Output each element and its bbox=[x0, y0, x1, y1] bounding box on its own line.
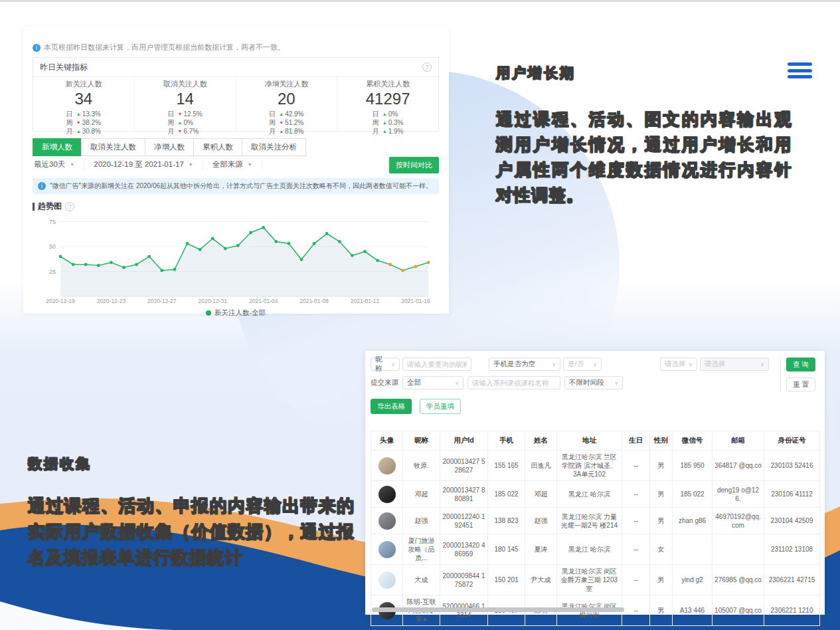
chevron-down-icon: ▼ bbox=[70, 162, 74, 167]
phone-empty-select[interactable]: 手机是否为空∨ bbox=[489, 358, 560, 371]
metrics-columns: 新关注人数 34 日▲13.3%周▼38.2%月▲30.8% 取消关注人数 14… bbox=[33, 77, 438, 132]
collect-section-body: 通过课程、活动、申报的内容输出带来的实际用户数据收集（价值数据），通过报名及填报… bbox=[28, 493, 355, 571]
column-header: 性别 bbox=[650, 431, 673, 451]
table-cell: 黑龙江 哈尔滨 bbox=[557, 481, 622, 508]
table-cell: -- bbox=[622, 481, 650, 508]
scrollbar-thumb[interactable] bbox=[372, 607, 624, 612]
metric-stat: 周▲0.3% bbox=[373, 118, 404, 127]
reset-button[interactable]: 重 置 bbox=[786, 377, 815, 391]
export-table-button[interactable]: 导出表格 bbox=[371, 399, 412, 414]
dash-tab-4[interactable]: 取消关注分析 bbox=[242, 138, 306, 156]
yes-no-select[interactable]: 是/否∨ bbox=[563, 358, 602, 371]
up-arrow-icon: ▲ bbox=[382, 112, 387, 116]
table-cell: 黑龙江哈尔滨 力量光耀一期2号 楼214 bbox=[557, 508, 622, 534]
compare-by-time-button[interactable]: 按时间对比 bbox=[389, 157, 439, 173]
metric-0: 新关注人数 34 日▲13.3%周▼38.2%月▲30.8% bbox=[33, 77, 135, 132]
x-tick-label: 2021-01-12 bbox=[351, 298, 379, 304]
dashboard-filterbar: 最近30天▼2020-12-19 至 2021-01-17▼全部来源▼ 按时间对… bbox=[33, 159, 439, 169]
table-cell: 女 bbox=[650, 534, 673, 565]
dash-tab-1[interactable]: 取消关注人数 bbox=[81, 138, 145, 156]
table-cell bbox=[713, 534, 764, 565]
avatar bbox=[378, 572, 396, 589]
table-cell: 黑龙江 哈尔滨 bbox=[557, 534, 622, 565]
key-metrics-card: 昨日关键指标 ? 新关注人数 34 日▲13.3%周▼38.2%月▲30.8% … bbox=[33, 57, 439, 132]
menu-icon[interactable] bbox=[788, 62, 812, 82]
table-cell: 赵强 bbox=[403, 508, 440, 534]
metric-stat: 周▲0% bbox=[167, 118, 202, 127]
metric-value: 34 bbox=[33, 90, 134, 108]
table-cell: 夏涛 bbox=[525, 534, 557, 565]
analytics-dashboard-panel: i 本页根据昨日数据来计算，而用户管理页根据当前数据计算，两者不一致。 昨日关键… bbox=[23, 27, 449, 314]
member-table-panel: 昵称∨ 手机是否为空∨ 是/否∨ 请选择∨ 请选择∨ 提交来源 全部∨ bbox=[365, 351, 825, 615]
table-cell: 230103 52416 bbox=[764, 451, 820, 481]
table-cell: 364817 @qq.co bbox=[713, 451, 764, 481]
select-placeholder-2[interactable]: 请选择∨ bbox=[700, 358, 769, 371]
info-icon: i bbox=[33, 44, 41, 52]
chart-legend: 新关注人数-全部 bbox=[33, 308, 439, 318]
metric-stat: 日▲0% bbox=[373, 110, 404, 118]
table-cell: 田逸凡 bbox=[525, 451, 557, 481]
table-cell: 邓超 bbox=[525, 481, 557, 508]
column-header: 微信号 bbox=[673, 431, 713, 451]
dash-filter-2[interactable]: 全部来源▼ bbox=[203, 159, 262, 169]
dash-tab-3[interactable]: 累积人数 bbox=[193, 138, 242, 156]
metric-stat: 周▼38.2% bbox=[66, 118, 101, 127]
select-placeholder-1[interactable]: 请选择∨ bbox=[660, 358, 697, 371]
dash-tab-0[interactable]: 新增人数 bbox=[33, 138, 82, 156]
metric-stat: 日▼12.5% bbox=[167, 110, 202, 118]
members-table: 头像昵称用户Id手机姓名地址生日性别微信号邮箱身份证号 牧原.200001342… bbox=[371, 431, 820, 626]
dashboard-note-text: 本页根据昨日数据来计算，而用户管理页根据当前数据计算，两者不一致。 bbox=[44, 43, 285, 52]
table-cell: -- bbox=[622, 565, 650, 595]
avatar bbox=[378, 541, 396, 558]
down-arrow-icon: ▼ bbox=[177, 112, 182, 116]
source-select[interactable]: 全部∨ bbox=[402, 376, 463, 389]
metric-1: 取消关注人数 14 日▼12.5%周▲0%月▼6.7% bbox=[135, 77, 236, 132]
nickname-type-select[interactable]: 昵称∨ bbox=[371, 358, 400, 371]
table-cell: 150 201 bbox=[488, 565, 525, 595]
column-header: 姓名 bbox=[525, 431, 557, 451]
up-arrow-icon: ▲ bbox=[279, 129, 284, 134]
course-input-wrap bbox=[467, 376, 560, 389]
help-icon[interactable]: ? bbox=[65, 202, 74, 211]
metric-3: 累积关注人数 41297 日▲0%周▲0.3%月▲1.9% bbox=[337, 77, 438, 132]
up-arrow-icon: ▲ bbox=[382, 120, 387, 125]
table-cell: 155 165 bbox=[488, 451, 525, 481]
dash-filter-1[interactable]: 2020-12-19 至 2021-01-17▼ bbox=[84, 159, 203, 169]
metric-stat: 日▲42.9% bbox=[269, 110, 303, 118]
info-banner-text: "微信广告"来源的新增关注在 2020/06起从其他中拆分给出，计算方式与广告主… bbox=[50, 181, 432, 191]
dash-tab-2[interactable]: 净增人数 bbox=[145, 138, 194, 156]
metric-stat: 日▲13.3% bbox=[66, 110, 101, 118]
table-cell: 男 bbox=[650, 565, 673, 595]
column-header: 用户Id bbox=[440, 431, 488, 451]
metric-stat: 月▲81.8% bbox=[269, 127, 303, 136]
metric-stat: 月▲1.9% bbox=[373, 127, 404, 136]
avatar bbox=[378, 486, 396, 503]
table-cell: 230104 42509 bbox=[764, 508, 820, 534]
table-cell: 男 bbox=[650, 508, 673, 534]
table-cell: 185 022 bbox=[488, 481, 525, 508]
nickname-input[interactable] bbox=[407, 360, 467, 368]
time-range-select[interactable]: 不限时间段∨ bbox=[564, 376, 623, 389]
metric-value: 20 bbox=[236, 90, 337, 108]
table-cell: 180 145 bbox=[488, 534, 525, 565]
down-arrow-icon: ▼ bbox=[76, 120, 81, 125]
column-header: 身份证号 bbox=[764, 431, 820, 451]
column-header: 生日 bbox=[622, 431, 650, 451]
metric-label: 新关注人数 bbox=[33, 79, 134, 89]
metric-stat: 月▲30.8% bbox=[66, 127, 101, 136]
key-metrics-title: 昨日关键指标 bbox=[40, 62, 88, 73]
course-input[interactable] bbox=[472, 379, 556, 387]
trend-line-chart: 255075 bbox=[33, 213, 439, 300]
svg-text:25: 25 bbox=[49, 268, 56, 275]
column-header: 昵称 bbox=[403, 431, 440, 451]
search-button[interactable]: 查 询 bbox=[786, 358, 815, 371]
legend-dot-icon bbox=[206, 310, 211, 316]
student-refill-button[interactable]: 学员重填 bbox=[420, 399, 461, 414]
dash-filter-0[interactable]: 最近30天▼ bbox=[33, 159, 84, 169]
trend-chart-label: 趋势图 ? bbox=[33, 201, 74, 212]
up-arrow-icon: ▲ bbox=[279, 112, 284, 116]
info-banner: i "微信广告"来源的新增关注在 2020/06起从其他中拆分给出，计算方式与广… bbox=[33, 178, 439, 194]
table-cell: 185 022 bbox=[673, 481, 713, 508]
table-cell: 尹大成 bbox=[525, 565, 557, 595]
help-icon[interactable]: ? bbox=[422, 62, 432, 72]
